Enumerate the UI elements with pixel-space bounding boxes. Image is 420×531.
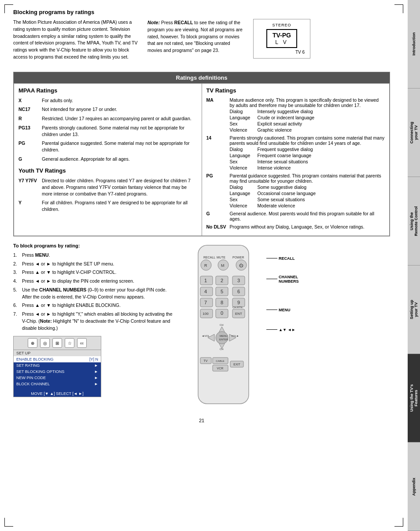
step-list: 1. Press MENU. 2. Press ◄ or ► to highli… — [13, 252, 176, 332]
side-navigation: Introduction Connectingyour TV Using the… — [408, 0, 420, 531]
tv-pg-display: STEREO TV-PG L V TV 6 — [253, 19, 310, 59]
menu-label: MENU — [266, 308, 299, 312]
tv-pg-sub: L V — [271, 39, 293, 45]
step-2: 2. Press ◄ or ► to highlight the SET UP … — [13, 261, 176, 268]
tv-channel-label: TV 6 — [259, 50, 305, 55]
14-language: Language Frequent coarse language — [230, 153, 385, 158]
svg-text:◄VOL: ◄VOL — [202, 335, 210, 337]
corner-mark-bl — [4, 518, 13, 527]
svg-text:POWER: POWER — [232, 256, 244, 259]
tv-row-g: G General audience. Most parents would f… — [206, 211, 385, 221]
instructions-section: To block programs by rating: 1. Press ME… — [13, 243, 390, 411]
rating-desc-g: General audience. Appropriate for all ag… — [42, 156, 197, 162]
recall-label-line — [266, 258, 277, 258]
mpaa-row-x: X For adults only. — [18, 97, 197, 104]
tv-desc-ma: Mature audience only. This program is sp… — [230, 97, 385, 108]
tab-remote-control[interactable]: Using theRemote Control — [408, 177, 420, 266]
menu-item-new-pin: NEW PIN CODE► — [14, 375, 101, 381]
svg-text:MENU: MENU — [220, 335, 228, 337]
tab-introduction[interactable]: Introduction — [408, 0, 420, 88]
section-heading: Blocking programs by ratings — [13, 9, 390, 15]
remote-svg-container: RECALL MUTE POWER R M ⏻ — [185, 243, 264, 411]
svg-text:TV: TV — [204, 359, 208, 362]
mpaa-heading: MPAA Ratings — [18, 87, 197, 94]
rating-desc-pg: Parental guidance suggested. Some materi… — [42, 140, 197, 153]
av-label: ▲▼ ◄► — [266, 328, 299, 332]
step-1: 1. Press MENU. — [13, 252, 176, 259]
svg-text:CABLE: CABLE — [216, 360, 225, 362]
rating-code-r: R — [18, 115, 38, 122]
step-4: 4. Press ◄ or ► to display the PIN code … — [13, 278, 176, 285]
rating-desc-y: For all children. Programs rated Y are d… — [42, 199, 197, 212]
tab-connecting[interactable]: Connectingyour TV — [408, 88, 420, 177]
menu-item-block-channel: BLOCK CHANNEL► — [14, 381, 101, 387]
note-area: Note: Press RECALL to see the rating of … — [147, 19, 310, 59]
rating-code-nc17: NC17 — [18, 106, 38, 113]
svg-text:MUTE: MUTE — [217, 256, 225, 259]
av-label-text: ▲▼ ◄► — [279, 328, 295, 332]
ratings-table-header: Ratings definitions — [14, 72, 390, 83]
step-5: 5. Use the CHANNEL NUMBERS (0–9) to ente… — [13, 287, 176, 301]
ratings-table-body: MPAA Ratings X For adults only. NC17 Not… — [14, 83, 390, 236]
menu-label-text: MENU — [279, 308, 291, 312]
step-6: 6. Press ▲ or ▼ to highlight ENABLE BLOC… — [13, 302, 176, 309]
menu-label-line — [266, 310, 277, 310]
tv-row-nodlsv: No DLSV Programs without any Dialog, Lan… — [206, 224, 385, 229]
rating-code-y: Y — [18, 199, 38, 212]
main-content: Blocking programs by ratings The Motion … — [13, 9, 402, 423]
svg-text:VCR: VCR — [217, 367, 224, 370]
menu-item-blocking-options: SET BLOCKING OPTIONS► — [14, 369, 101, 375]
svg-text:ENT: ENT — [235, 312, 242, 316]
channel-numbers-line — [266, 279, 277, 279]
menu-icon-setup: ⊕ — [28, 338, 37, 348]
svg-text:CH.RTN: CH.RTN — [232, 306, 243, 309]
mpaa-row-r: R Restricted. Under 17 requires an accom… — [18, 115, 197, 122]
note-text: Press RECALL to see the rating of the pr… — [147, 20, 243, 53]
tab-features[interactable]: Using the TV'sFeatures — [408, 354, 420, 442]
svg-text:4: 4 — [204, 289, 207, 294]
rating-code-y7: Y7 Y7FV — [18, 177, 38, 197]
pg-sub-ratings: Dialog Some suggestive dialog Language O… — [206, 184, 385, 208]
tv-pg-rating: TV-PG — [271, 32, 293, 39]
svg-text:6: 6 — [237, 289, 240, 294]
tv-desc-nodlsv: Programs without any Dialog, Language, S… — [230, 224, 365, 229]
tab-appendix[interactable]: Appendix — [408, 442, 420, 531]
channel-numbers-label: CHANNELNUMBERS — [266, 275, 299, 284]
svg-text:VOL►: VOL► — [231, 335, 239, 337]
ma-sub-ratings: Dialog Intensely suggestive dialog Langu… — [206, 109, 385, 133]
pg-sex: Sex Some sexual situations — [230, 197, 385, 202]
recall-label-text: RECALL — [279, 256, 295, 261]
14-dialog: Dialog Frequent suggestive dialog — [230, 147, 385, 152]
corner-mark-tl — [4, 4, 13, 13]
tv-row-ma: MA Mature audience only. This program is… — [206, 97, 385, 133]
ma-violence: Violence Graphic violence — [230, 127, 385, 133]
menu-icon-picture: ⊞ — [52, 338, 62, 348]
tv-code-nodlsv: No DLSV — [206, 224, 226, 229]
tv-desc-14: Parents strongly cautioned. This program… — [230, 135, 385, 146]
menu-item-enable-blocking: ENABLE BLOCKING[Y] N — [14, 356, 101, 362]
rating-desc-r: Restricted. Under 17 requires an accompa… — [42, 115, 197, 122]
ratings-table: Ratings definitions MPAA Ratings X For a… — [13, 72, 390, 236]
svg-text:8: 8 — [221, 300, 223, 305]
rating-code-x: X — [18, 97, 38, 104]
pg-language: Language Occasional coarse language — [230, 191, 385, 196]
menu-icon-cc: cc — [77, 338, 87, 348]
svg-text:R: R — [204, 263, 207, 268]
youth-tv-heading: Youth TV Ratings — [18, 167, 197, 174]
svg-text:5: 5 — [221, 289, 223, 294]
tv-row-14: 14 Parents strongly cautioned. This prog… — [206, 135, 385, 170]
svg-text:CH: CH — [220, 348, 224, 350]
top-section: The Motion Picture Association of Americ… — [13, 19, 390, 65]
menu-screenshot: ⊕ ◎ ⊞ ☆ cc SET UP ENABLE BLOCKING[Y] N S… — [13, 336, 101, 397]
tab-setting-up[interactable]: Setting upyour TV — [408, 266, 420, 354]
svg-text:EXIT: EXIT — [233, 363, 240, 366]
svg-text:RECALL: RECALL — [203, 256, 215, 259]
svg-text:0: 0 — [221, 310, 223, 316]
remote-svg: RECALL MUTE POWER R M ⏻ — [185, 243, 262, 410]
rating-desc-pg13: Parents strongly cautioned. Some materia… — [42, 125, 197, 137]
tv-desc-g: General audience. Most parents would fin… — [230, 211, 385, 221]
page-number: 21 — [13, 418, 390, 423]
remote-labels-container: RECALL CHANNELNUMBERS MENU — [266, 256, 299, 332]
tv-row-pg: PG Parental guidance suggested. This pro… — [206, 173, 385, 208]
tv-code-g: G — [206, 211, 226, 221]
